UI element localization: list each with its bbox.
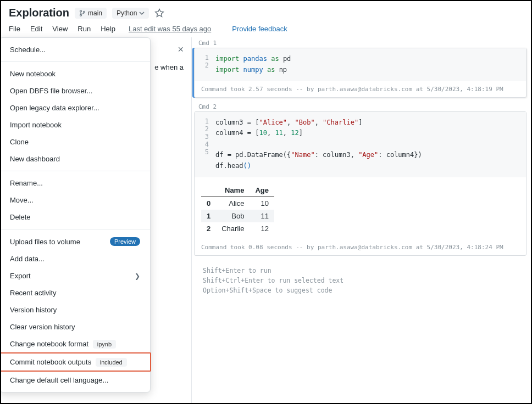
code-block-2[interactable]: 12345 column3 = ["Alice", "Bob", "Charli… [195, 112, 526, 177]
menu-add-data[interactable]: Add data... [0, 250, 150, 267]
menu-import-notebook[interactable]: Import notebook [0, 116, 150, 133]
menu-new-notebook[interactable]: New notebook [0, 65, 150, 82]
menu-rename[interactable]: Rename... [0, 175, 150, 192]
table-row: 0 Alice 10 [201, 197, 274, 210]
file-dropdown-menu: Schedule... New notebook Open DBFS file … [0, 37, 151, 392]
menu-run[interactable]: Run [77, 25, 91, 33]
branch-name: main [88, 9, 102, 17]
menu-schedule[interactable]: Schedule... [0, 41, 150, 58]
menu-new-dashboard[interactable]: New dashboard [0, 150, 150, 167]
branch-icon [79, 10, 86, 16]
hint-line: Shift+Ctrl+Enter to run selected text [203, 276, 518, 285]
menu-open-legacy[interactable]: Open legacy data explorer... [0, 99, 150, 116]
format-pill: ipynb [93, 340, 116, 349]
menu-help[interactable]: Help [101, 25, 115, 33]
cell-2-footer: Command took 0.08 seconds -- by parth.as… [195, 239, 526, 255]
menu-open-dbfs[interactable]: Open DBFS file browser... [0, 82, 150, 99]
svg-point-2 [84, 11, 85, 13]
menu-edit[interactable]: Edit [30, 25, 42, 33]
code-lines-2[interactable]: column3 = ["Alice", "Bob", "Charlie"] co… [215, 117, 522, 172]
cell-1-footer: Command took 2.57 seconds -- by parth.as… [195, 81, 526, 97]
cmd-label-2: Cmd 2 [194, 101, 527, 111]
menu-view[interactable]: View [52, 25, 68, 33]
notebook-cells-pane: Cmd 1 12 import pandas as pd import nump… [192, 37, 531, 403]
cmd-label-1: Cmd 1 [194, 37, 527, 48]
hint-line: Shift+Enter to run [203, 266, 518, 276]
menu-bar: File Edit View Run Help Last edit was 55… [1, 21, 531, 37]
notebook-title[interactable]: Exploration [9, 7, 69, 19]
cell-1[interactable]: 12 import pandas as pd import numpy as n… [194, 48, 527, 98]
menu-change-format[interactable]: Change notebook format ipynb [0, 335, 150, 352]
last-edit-link[interactable]: Last edit was 55 days ago [129, 25, 211, 33]
menu-separator [0, 171, 150, 171]
table-row: 1 Bob 11 [201, 210, 274, 222]
menu-separator [0, 229, 150, 229]
code-block-1[interactable]: 12 import pandas as pd import numpy as n… [195, 48, 526, 81]
menu-change-lang[interactable]: Change default cell language... [0, 372, 150, 389]
table-row: 2 Charlie 12 [201, 222, 274, 235]
branch-badge[interactable]: main [75, 8, 107, 19]
line-gutter: 12345 [199, 117, 215, 172]
menu-clone[interactable]: Clone [0, 133, 150, 150]
menu-file[interactable]: File [9, 25, 20, 33]
svg-point-1 [80, 14, 82, 16]
star-icon[interactable] [154, 7, 164, 19]
menu-recent-activity[interactable]: Recent activity [0, 284, 150, 301]
notebook-header: Exploration main Python [1, 1, 531, 21]
menu-upload-volume[interactable]: Upload files to volume Preview [0, 233, 150, 250]
line-gutter: 12 [199, 54, 215, 76]
code-lines-1[interactable]: import pandas as pd import numpy as np [215, 54, 522, 76]
chevron-down-icon [139, 10, 145, 16]
feedback-link[interactable]: Provide feedback [232, 25, 287, 33]
left-pane: × e when a Schedule... New notebook Open… [1, 37, 192, 403]
keyboard-hints: Shift+Enter to run Shift+Ctrl+Enter to r… [194, 259, 527, 302]
hint-line: Option+Shift+Space to suggest code [203, 285, 518, 295]
menu-commit-outputs[interactable]: Commit notebook outputs included [0, 352, 151, 372]
language-label: Python [117, 9, 137, 17]
th-idx [201, 184, 216, 197]
th-name: Name [216, 184, 250, 197]
commit-pill: included [96, 358, 127, 367]
menu-version-history[interactable]: Version history [0, 301, 150, 318]
close-icon[interactable]: × [178, 44, 184, 55]
menu-separator [0, 61, 150, 62]
svg-point-0 [80, 10, 82, 12]
truncated-text: e when a [154, 63, 184, 71]
menu-clear-version[interactable]: Clear version history [0, 318, 150, 335]
language-selector[interactable]: Python [112, 8, 149, 19]
chevron-right-icon: ❯ [135, 272, 140, 280]
th-age: Age [250, 184, 274, 197]
cell-2[interactable]: 12345 column3 = ["Alice", "Bob", "Charli… [194, 111, 527, 256]
menu-export[interactable]: Export ❯ [0, 267, 150, 284]
output-table: Name Age 0 Alice 10 1 Bob 11 [201, 184, 274, 235]
menu-delete[interactable]: Delete [0, 209, 150, 226]
menu-move[interactable]: Move... [0, 192, 150, 209]
preview-badge: Preview [110, 237, 140, 246]
